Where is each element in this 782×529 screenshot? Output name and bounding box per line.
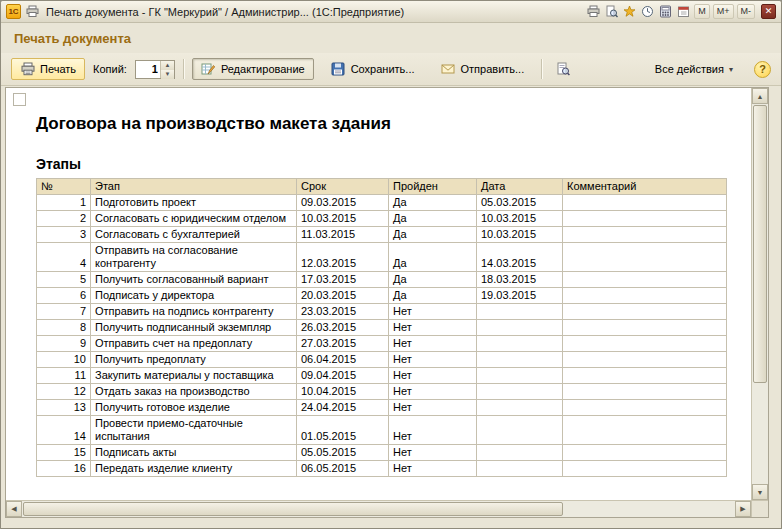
cell-due: 12.03.2015 xyxy=(297,243,389,272)
cell-passed: Нет xyxy=(389,368,477,384)
memory-m-button[interactable]: М xyxy=(694,4,710,19)
stages-table: №ЭтапСрокПройденДатаКомментарий 1Подгото… xyxy=(36,178,727,477)
cell-num: 3 xyxy=(37,227,91,243)
cell-due: 20.03.2015 xyxy=(297,288,389,304)
all-actions-button[interactable]: Все действия ▾ xyxy=(646,58,742,80)
cell-passed: Нет xyxy=(389,416,477,445)
scroll-up-icon[interactable]: ▲ xyxy=(752,88,768,104)
save-button-label: Сохранить... xyxy=(351,63,415,75)
preview-icon[interactable] xyxy=(604,4,619,19)
cell-passed: Нет xyxy=(389,304,477,320)
print-icon[interactable] xyxy=(586,4,601,19)
cell-due: 17.03.2015 xyxy=(297,272,389,288)
horizontal-scrollbar[interactable]: ◀ ▶ xyxy=(6,500,751,517)
cell-num: 11 xyxy=(37,368,91,384)
window-title: Печать документа - ГК "Меркурий" / Админ… xyxy=(46,6,404,18)
cell-due: 26.03.2015 xyxy=(297,320,389,336)
scroll-down-icon[interactable]: ▼ xyxy=(752,484,768,500)
save-icon xyxy=(331,62,346,77)
spin-up-icon[interactable]: ▲ xyxy=(161,61,174,70)
table-row: 6Подписать у директора20.03.2015Да19.03.… xyxy=(37,288,727,304)
document-region: Договора на производство макета здания Э… xyxy=(5,87,769,518)
scroll-left-icon[interactable]: ◀ xyxy=(6,501,22,517)
horizontal-scroll-thumb[interactable] xyxy=(23,502,563,516)
titlebar: 1С Печать документа - ГК "Меркурий" / Ад… xyxy=(1,1,781,23)
spin-down-icon[interactable]: ▼ xyxy=(161,70,174,79)
cell-stage: Закупить материалы у поставщика xyxy=(91,368,297,384)
cell-num: 16 xyxy=(37,461,91,477)
section-title: Этапы xyxy=(36,156,751,172)
memory-m-plus-button[interactable]: М+ xyxy=(713,4,734,19)
copies-input[interactable] xyxy=(136,61,160,78)
cell-num: 14 xyxy=(37,416,91,445)
cell-due: 06.05.2015 xyxy=(297,461,389,477)
vertical-scroll-thumb[interactable] xyxy=(753,105,767,383)
cell-passed: Нет xyxy=(389,461,477,477)
cell-stage: Получить предоплату xyxy=(91,352,297,368)
scrollbar-corner xyxy=(751,500,768,517)
cell-due: 05.05.2015 xyxy=(297,445,389,461)
history-clock-icon[interactable] xyxy=(640,4,655,19)
cell-stage: Подготовить проект xyxy=(91,195,297,211)
cell-date: 05.03.2015 xyxy=(477,195,563,211)
toolbar-right-group: Все действия ▾ ? xyxy=(646,58,771,80)
cell-comment xyxy=(563,304,727,320)
selection-corner[interactable] xyxy=(13,93,26,106)
copies-spin-arrows[interactable]: ▲ ▼ xyxy=(160,61,174,78)
cell-passed: Нет xyxy=(389,384,477,400)
save-button[interactable]: Сохранить... xyxy=(322,58,424,80)
table-row: 2Согласовать с юридическим отделом10.03.… xyxy=(37,211,727,227)
cell-due: 09.03.2015 xyxy=(297,195,389,211)
favorites-star-icon[interactable] xyxy=(622,4,637,19)
cell-stage: Провести приемо-сдаточные испытания xyxy=(91,416,297,445)
cell-comment xyxy=(563,227,727,243)
close-button[interactable]: ✕ xyxy=(761,4,776,19)
cell-comment xyxy=(563,400,727,416)
table-row: 14Провести приемо-сдаточные испытания01.… xyxy=(37,416,727,445)
toolbar-separator xyxy=(183,59,184,79)
cell-stage: Отправить на согласование контрагенту xyxy=(91,243,297,272)
1c-logo-icon[interactable]: 1С xyxy=(6,4,21,19)
preview-button[interactable] xyxy=(550,58,575,80)
cell-comment xyxy=(563,195,727,211)
send-button-label: Отправить... xyxy=(461,63,525,75)
table-row: 5Получить согласованный вариант17.03.201… xyxy=(37,272,727,288)
app-window: 1С Печать документа - ГК "Меркурий" / Ад… xyxy=(0,0,782,529)
toolbar: Печать Копий: ▲ ▼ Редактирование Сохрани… xyxy=(1,53,781,86)
calendar-icon[interactable] xyxy=(676,4,691,19)
calculator-icon[interactable] xyxy=(658,4,673,19)
cell-date xyxy=(477,384,563,400)
toolbar-separator xyxy=(541,59,542,79)
cell-num: 1 xyxy=(37,195,91,211)
cell-passed: Нет xyxy=(389,336,477,352)
cell-stage: Передать изделие клиенту xyxy=(91,461,297,477)
memory-m-minus-button[interactable]: М- xyxy=(737,4,756,19)
print-button[interactable]: Печать xyxy=(11,58,85,80)
cell-comment xyxy=(563,243,727,272)
envelope-icon xyxy=(441,62,456,77)
cell-passed: Нет xyxy=(389,320,477,336)
cell-passed: Да xyxy=(389,211,477,227)
cell-comment xyxy=(563,272,727,288)
spreadsheet-document[interactable]: Договора на производство макета здания Э… xyxy=(6,88,751,500)
printer-icon xyxy=(20,62,35,77)
vertical-scrollbar[interactable]: ▲ ▼ xyxy=(751,88,768,500)
send-button[interactable]: Отправить... xyxy=(432,58,534,80)
table-row: 11Закупить материалы у поставщика09.04.2… xyxy=(37,368,727,384)
cell-date: 18.03.2015 xyxy=(477,272,563,288)
edit-mode-button[interactable]: Редактирование xyxy=(192,58,314,80)
cell-passed: Да xyxy=(389,195,477,211)
help-button[interactable]: ? xyxy=(754,61,771,78)
copies-stepper[interactable]: ▲ ▼ xyxy=(135,60,175,79)
cell-comment xyxy=(563,320,727,336)
table-row: 1Подготовить проект09.03.2015Да05.03.201… xyxy=(37,195,727,211)
cell-num: 2 xyxy=(37,211,91,227)
scroll-right-icon[interactable]: ▶ xyxy=(735,501,751,517)
cell-comment xyxy=(563,461,727,477)
cell-stage: Согласовать с юридическим отделом xyxy=(91,211,297,227)
cell-passed: Нет xyxy=(389,352,477,368)
cell-due: 11.03.2015 xyxy=(297,227,389,243)
cell-num: 8 xyxy=(37,320,91,336)
cell-passed: Да xyxy=(389,227,477,243)
cell-due: 10.04.2015 xyxy=(297,384,389,400)
